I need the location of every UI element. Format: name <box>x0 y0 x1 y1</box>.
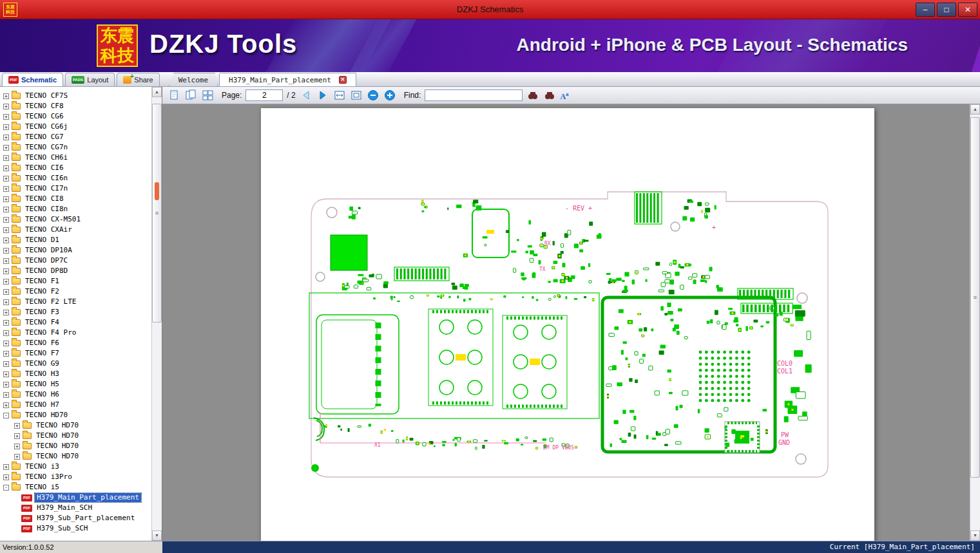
tree-item-folder[interactable]: +TECNO CF7S <box>0 91 151 101</box>
tree-item-folder[interactable]: +TECNO F4 <box>0 317 151 328</box>
expand-icon[interactable]: + <box>3 464 9 470</box>
expand-icon[interactable]: + <box>3 351 9 357</box>
expand-icon[interactable]: + <box>3 145 9 151</box>
tree-item-folder[interactable]: +TECNO D1 <box>0 235 151 245</box>
expand-icon[interactable]: + <box>14 454 20 460</box>
tree-item-folder[interactable]: +TECNO H7 <box>0 400 151 410</box>
tree-item-folder[interactable]: +TECNO CG7n <box>0 142 151 153</box>
tree-item-folder[interactable]: +TECNO DP8D <box>0 266 151 276</box>
tree-item-document[interactable]: PDFH379_Sub_SCH <box>0 523 151 534</box>
tree-item-document[interactable]: PDFH379_Main_SCH <box>0 503 151 513</box>
tree-item-folder[interactable]: +TECNO HD70 <box>0 451 151 462</box>
tree-item-folder[interactable]: +TECNO CH6i <box>0 153 151 163</box>
expand-icon[interactable]: + <box>3 330 9 336</box>
fit-page-button[interactable] <box>350 89 363 102</box>
tab-welcome[interactable]: Welcome <box>169 73 218 86</box>
tree-item-folder[interactable]: +TECNO H3 <box>0 369 151 379</box>
tree-item-folder[interactable]: +TECNO F6 <box>0 338 151 348</box>
scrollbar-thumb[interactable]: ≡ <box>152 104 162 323</box>
tree-item-folder[interactable]: -TECNO i5 <box>0 482 151 492</box>
next-page-button[interactable] <box>316 89 329 102</box>
sidebar-scrollbar[interactable]: ▲ ≡ ▼ <box>151 87 162 541</box>
collapse-icon[interactable]: - <box>3 413 9 418</box>
tree-item-folder[interactable]: +TECNO i3Pro <box>0 472 151 482</box>
expand-icon[interactable]: + <box>14 444 20 449</box>
tree-item-folder[interactable]: +TECNO CF8 <box>0 101 151 111</box>
tree-item-folder[interactable]: +TECNO CXAir <box>0 225 151 235</box>
scroll-up-icon[interactable]: ▲ <box>970 104 980 115</box>
find-previous-button[interactable] <box>526 89 539 102</box>
scrollbar-thumb[interactable]: ≡ <box>970 117 980 478</box>
tree-item-folder[interactable]: +TECNO CI8n <box>0 204 151 214</box>
tree-item-document[interactable]: PDFH379_Main_Part_placement <box>0 492 151 503</box>
expand-icon[interactable]: + <box>3 402 9 408</box>
expand-icon[interactable]: + <box>3 268 9 274</box>
fit-width-button[interactable] <box>333 89 346 102</box>
expand-icon[interactable]: + <box>3 279 9 285</box>
tree-item-document[interactable]: PDFH379_Sub_Part_placement <box>0 513 151 523</box>
multi-page-view-button[interactable] <box>201 89 214 102</box>
tree-item-folder[interactable]: +TECNO HD70 <box>0 420 151 431</box>
expand-icon[interactable]: + <box>3 392 9 398</box>
expand-icon[interactable]: + <box>3 341 9 346</box>
tree-item-folder[interactable]: +TECNO CI7n <box>0 183 151 194</box>
expand-icon[interactable]: + <box>3 207 9 212</box>
tree-item-folder[interactable]: +TECNO i3 <box>0 462 151 472</box>
tree-item-folder[interactable]: +TECNO F1 <box>0 276 151 286</box>
expand-icon[interactable]: + <box>3 124 9 130</box>
tree-item-folder[interactable]: +TECNO CG6 <box>0 111 151 122</box>
expand-icon[interactable]: + <box>14 433 20 439</box>
expand-icon[interactable]: + <box>3 104 9 109</box>
close-button[interactable]: ✕ <box>958 3 977 17</box>
pdf-viewport[interactable]: - REV + + RX TX COL0 COL1 PW GND DM DP V… <box>162 104 970 541</box>
expand-icon[interactable]: + <box>3 217 9 223</box>
expand-icon[interactable]: + <box>3 382 9 388</box>
expand-icon[interactable]: + <box>3 186 9 192</box>
tree-item-folder[interactable]: -TECNO HD70 <box>0 410 151 420</box>
tab-schematic[interactable]: PDF Schematic <box>2 73 63 86</box>
tree-item-folder[interactable]: +TECNO F3 <box>0 307 151 317</box>
zoom-in-button[interactable] <box>383 89 396 102</box>
tree-item-folder[interactable]: +TECNO CI8 <box>0 194 151 204</box>
tree-item-folder[interactable]: +TECNO CI6n <box>0 173 151 183</box>
scroll-down-icon[interactable]: ▼ <box>970 530 980 541</box>
pdf-scrollbar[interactable]: ▲ ≡ ▼ <box>970 104 980 541</box>
expand-icon[interactable]: + <box>3 176 9 182</box>
tree-item-folder[interactable]: +TECNO DP7C <box>0 256 151 266</box>
tree-item-folder[interactable]: +TECNO CG7 <box>0 132 151 142</box>
two-page-view-button[interactable] <box>184 89 197 102</box>
expand-icon[interactable]: + <box>3 474 9 480</box>
expand-icon[interactable]: + <box>3 361 9 367</box>
scroll-up-icon[interactable]: ▲ <box>152 87 162 97</box>
find-next-button[interactable] <box>543 89 556 102</box>
expand-icon[interactable]: + <box>3 258 9 264</box>
tree-item-folder[interactable]: +TECNO HD70 <box>0 431 151 441</box>
expand-icon[interactable]: + <box>14 423 20 429</box>
expand-icon[interactable]: + <box>3 248 9 254</box>
zoom-out-button[interactable] <box>367 89 380 102</box>
expand-icon[interactable]: + <box>3 135 9 140</box>
expand-icon[interactable]: + <box>3 114 9 120</box>
tree-item-folder[interactable]: +TECNO CI6 <box>0 163 151 173</box>
tree-item-folder[interactable]: +TECNO F2 <box>0 286 151 297</box>
tree-item-folder[interactable]: +TECNO DP10A <box>0 245 151 256</box>
tree-item-folder[interactable]: +TECNO CX-M501 <box>0 214 151 225</box>
tree-item-folder[interactable]: +TECNO G9 <box>0 359 151 369</box>
expand-icon[interactable]: + <box>3 310 9 315</box>
scroll-down-icon[interactable]: ▼ <box>152 530 162 541</box>
tree-item-folder[interactable]: +TECNO H6 <box>0 389 151 400</box>
expand-icon[interactable]: + <box>3 165 9 171</box>
expand-icon[interactable]: + <box>3 238 9 243</box>
expand-icon[interactable]: + <box>3 371 9 377</box>
match-case-icon[interactable]: Aa <box>560 88 568 102</box>
minimize-button[interactable]: – <box>916 3 935 17</box>
tab-close-icon[interactable]: ✕ <box>339 76 347 84</box>
expand-icon[interactable]: + <box>3 299 9 305</box>
tree-item-folder[interactable]: +TECNO HD70 <box>0 441 151 451</box>
expand-icon[interactable]: + <box>3 289 9 295</box>
previous-page-button[interactable] <box>300 89 312 102</box>
maximize-button[interactable]: □ <box>937 3 956 17</box>
tab-share[interactable]: Share <box>117 73 159 86</box>
expand-icon[interactable]: + <box>3 227 9 233</box>
expand-icon[interactable]: + <box>3 196 9 202</box>
